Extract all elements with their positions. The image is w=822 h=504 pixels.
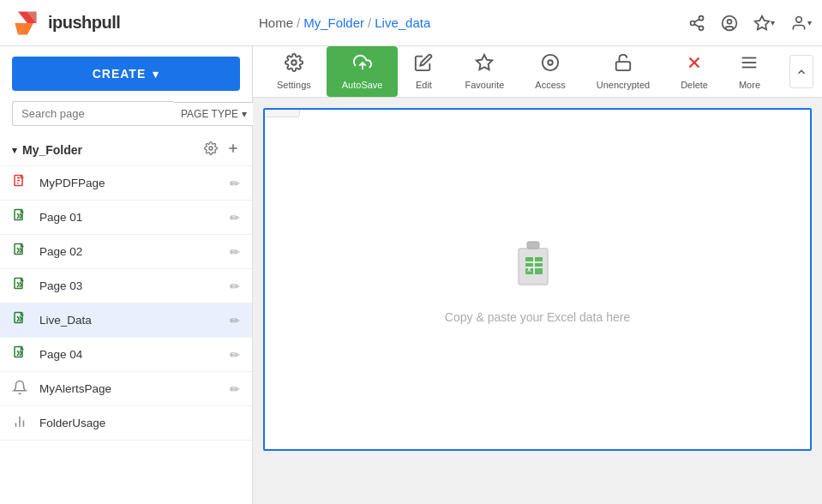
- page-name: Page 01: [39, 211, 230, 224]
- page-type-label: PAGE TYPE: [181, 108, 238, 120]
- svg-point-4: [699, 15, 704, 20]
- logo-icon: [10, 8, 41, 39]
- sidebar: CREATE ▾ PAGE TYPE ▾ ▾ My_Folder: [0, 46, 253, 504]
- canvas-placeholder: X Copy & paste your Excel data here: [445, 235, 630, 324]
- breadcrumb-sep1: /: [297, 15, 300, 30]
- svg-point-12: [796, 16, 802, 22]
- clipboard-excel-icon: X: [510, 235, 565, 300]
- unencrypted-label: Unencrypted: [597, 80, 650, 90]
- svg-point-13: [209, 147, 213, 150]
- edit-label: Edit: [416, 80, 432, 90]
- edit-icon[interactable]: ✏: [230, 314, 240, 327]
- autosave-icon: [353, 53, 372, 76]
- delete-button[interactable]: Delete: [665, 46, 723, 97]
- settings-label: Settings: [277, 80, 311, 90]
- edit-icon[interactable]: ✏: [230, 211, 240, 225]
- list-item[interactable]: MyPDFPage ✏: [0, 166, 252, 201]
- access-button[interactable]: Access: [519, 46, 580, 97]
- access-icon: [541, 53, 560, 76]
- access-label: Access: [535, 80, 565, 90]
- main-area: CREATE ▾ PAGE TYPE ▾ ▾ My_Folder: [0, 46, 822, 504]
- autosave-button[interactable]: AutoSave: [327, 46, 399, 97]
- favourite-button[interactable]: Favourite: [449, 46, 519, 97]
- breadcrumb-home[interactable]: Home: [259, 15, 293, 30]
- edit-icon[interactable]: ✏: [230, 245, 240, 259]
- excel-icon: [12, 345, 31, 363]
- folder-actions: [204, 141, 240, 159]
- content-area: Settings AutoSave Edit: [253, 46, 822, 504]
- page-name: Live_Data: [39, 314, 230, 327]
- edit-icon[interactable]: ✏: [230, 279, 240, 293]
- list-item[interactable]: Page 04 ✏: [0, 338, 252, 372]
- list-item[interactable]: FolderUsage ✏: [0, 406, 252, 441]
- page-name: MyAlertsPage: [39, 382, 230, 395]
- folder-settings-button[interactable]: [204, 141, 218, 159]
- bell-icon: [12, 380, 31, 398]
- svg-rect-30: [616, 62, 631, 70]
- page-list: MyPDFPage ✏ Page 01 ✏ Page 02 ✏: [0, 166, 252, 504]
- breadcrumb: Home / My_Folder / Live_data: [259, 15, 688, 30]
- nav-icons: ▾ ▾: [688, 15, 812, 32]
- canvas-area: X Copy & paste your Excel data here: [253, 98, 822, 504]
- excel-icon: [12, 311, 31, 329]
- account-chevron: ▾: [807, 18, 812, 27]
- svg-line-8: [694, 19, 699, 21]
- page-name: MyPDFPage: [39, 177, 230, 189]
- more-label: More: [739, 80, 760, 90]
- folder-label: My_Folder: [22, 143, 82, 157]
- search-bar: PAGE TYPE ▾: [0, 101, 252, 135]
- edit-icon[interactable]: ✏: [230, 382, 240, 396]
- page-type-dropdown[interactable]: PAGE TYPE ▾: [174, 102, 255, 126]
- create-label: CREATE: [93, 67, 147, 81]
- svg-point-28: [543, 55, 558, 70]
- favourite-icon: [475, 53, 494, 76]
- excel-icon: [12, 243, 31, 261]
- search-input[interactable]: [12, 101, 174, 126]
- settings-icon: [285, 53, 303, 76]
- page-name: FolderUsage: [39, 417, 230, 429]
- excel-icon: [12, 277, 31, 295]
- folder-add-button[interactable]: [226, 141, 240, 159]
- breadcrumb-sep2: /: [368, 15, 371, 30]
- svg-marker-27: [477, 55, 492, 69]
- breadcrumb-current[interactable]: Live_data: [375, 15, 430, 30]
- account-icon[interactable]: ▾: [790, 15, 812, 32]
- settings-button[interactable]: Settings: [261, 46, 327, 97]
- page-name: Page 03: [39, 279, 230, 292]
- more-icon: [740, 53, 759, 76]
- edit-button[interactable]: Edit: [398, 46, 449, 97]
- list-item[interactable]: Page 02 ✏: [0, 235, 252, 269]
- favourite-label: Favourite: [465, 80, 504, 90]
- app-name: ipushpull: [48, 13, 120, 33]
- star-favourite-icon[interactable]: ▾: [753, 15, 775, 32]
- edit-icon[interactable]: ✏: [230, 348, 240, 362]
- svg-marker-11: [755, 15, 770, 29]
- edit-icon[interactable]: ✏: [230, 177, 240, 190]
- create-chevron-icon: ▾: [153, 68, 159, 81]
- folder-header: ▾ My_Folder: [0, 135, 252, 166]
- create-button[interactable]: CREATE ▾: [12, 57, 240, 91]
- svg-point-5: [691, 21, 695, 25]
- breadcrumb-folder[interactable]: My_Folder: [303, 15, 364, 30]
- edit-icon: [414, 53, 433, 76]
- list-item[interactable]: Page 03 ✏: [0, 269, 252, 303]
- svg-rect-38: [527, 242, 539, 249]
- folder-name: ▾ My_Folder: [12, 143, 204, 157]
- unencrypted-button[interactable]: Unencrypted: [581, 46, 665, 97]
- top-navigation: ipushpull Home / My_Folder / Live_data ▾…: [0, 0, 822, 46]
- folder-chevron-icon: ▾: [12, 145, 17, 156]
- share-icon[interactable]: [688, 15, 705, 32]
- autosave-label: AutoSave: [342, 80, 383, 90]
- list-item[interactable]: Live_Data ✏: [0, 303, 252, 338]
- list-item[interactable]: MyAlertsPage ✏: [0, 372, 252, 406]
- logo: ipushpull: [10, 8, 259, 39]
- collapse-button[interactable]: [789, 55, 813, 88]
- svg-line-7: [694, 24, 699, 27]
- delete-label: Delete: [681, 80, 708, 90]
- canvas[interactable]: X Copy & paste your Excel data here: [263, 108, 812, 451]
- list-item[interactable]: Page 01 ✏: [0, 201, 252, 235]
- page-name: Page 04: [39, 348, 230, 361]
- user-circle-icon[interactable]: [721, 15, 738, 32]
- more-button[interactable]: More: [723, 46, 776, 97]
- canvas-placeholder-text: Copy & paste your Excel data here: [445, 310, 630, 324]
